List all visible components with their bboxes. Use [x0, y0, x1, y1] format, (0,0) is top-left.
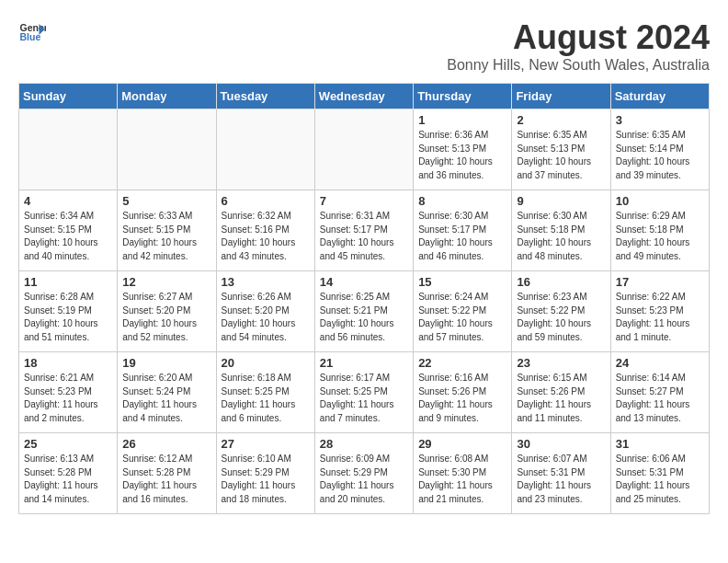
day-info: Sunrise: 6:36 AM Sunset: 5:13 PM Dayligh… — [418, 129, 506, 182]
day-number: 1 — [418, 113, 506, 127]
day-number: 8 — [418, 194, 506, 208]
calendar-cell: 3Sunrise: 6:35 AM Sunset: 5:14 PM Daylig… — [610, 109, 709, 190]
logo-icon: General Blue — [18, 18, 46, 46]
day-number: 29 — [418, 437, 506, 451]
weekday-header-cell: Saturday — [610, 84, 709, 109]
day-number: 31 — [616, 437, 704, 451]
day-number: 13 — [222, 275, 310, 289]
day-info: Sunrise: 6:32 AM Sunset: 5:16 PM Dayligh… — [222, 210, 310, 263]
day-info: Sunrise: 6:35 AM Sunset: 5:13 PM Dayligh… — [517, 129, 605, 182]
calendar-cell: 25Sunrise: 6:13 AM Sunset: 5:28 PM Dayli… — [19, 433, 118, 514]
calendar-cell: 10Sunrise: 6:29 AM Sunset: 5:18 PM Dayli… — [610, 190, 709, 271]
day-info: Sunrise: 6:30 AM Sunset: 5:17 PM Dayligh… — [418, 210, 506, 263]
day-info: Sunrise: 6:16 AM Sunset: 5:26 PM Dayligh… — [418, 372, 506, 425]
day-info: Sunrise: 6:34 AM Sunset: 5:15 PM Dayligh… — [24, 210, 112, 263]
day-number: 6 — [222, 194, 310, 208]
day-info: Sunrise: 6:21 AM Sunset: 5:23 PM Dayligh… — [24, 372, 112, 425]
calendar-cell: 7Sunrise: 6:31 AM Sunset: 5:17 PM Daylig… — [314, 190, 413, 271]
page-header: General Blue August 2024 Bonny Hills, Ne… — [18, 18, 710, 74]
day-number: 24 — [616, 356, 704, 370]
calendar-cell: 12Sunrise: 6:27 AM Sunset: 5:20 PM Dayli… — [118, 271, 216, 352]
day-number: 23 — [517, 356, 605, 370]
day-info: Sunrise: 6:31 AM Sunset: 5:17 PM Dayligh… — [320, 210, 408, 263]
weekday-header-cell: Thursday — [414, 84, 512, 109]
day-number: 17 — [616, 275, 704, 289]
svg-text:Blue: Blue — [20, 31, 41, 42]
day-number: 22 — [418, 356, 506, 370]
day-info: Sunrise: 6:22 AM Sunset: 5:23 PM Dayligh… — [616, 291, 704, 344]
day-number: 10 — [616, 194, 704, 208]
day-info: Sunrise: 6:25 AM Sunset: 5:21 PM Dayligh… — [320, 291, 408, 344]
month-year-title: August 2024 — [447, 18, 710, 57]
calendar-body: 1Sunrise: 6:36 AM Sunset: 5:13 PM Daylig… — [19, 109, 710, 514]
calendar-cell — [314, 109, 413, 190]
day-number: 19 — [122, 356, 210, 370]
day-info: Sunrise: 6:09 AM Sunset: 5:29 PM Dayligh… — [320, 453, 408, 506]
day-number: 3 — [616, 113, 704, 127]
day-info: Sunrise: 6:23 AM Sunset: 5:22 PM Dayligh… — [517, 291, 605, 344]
calendar-cell: 27Sunrise: 6:10 AM Sunset: 5:29 PM Dayli… — [216, 433, 314, 514]
calendar-week-row: 25Sunrise: 6:13 AM Sunset: 5:28 PM Dayli… — [19, 433, 710, 514]
day-info: Sunrise: 6:27 AM Sunset: 5:20 PM Dayligh… — [122, 291, 210, 344]
day-info: Sunrise: 6:35 AM Sunset: 5:14 PM Dayligh… — [616, 129, 704, 182]
day-number: 16 — [517, 275, 605, 289]
day-info: Sunrise: 6:33 AM Sunset: 5:15 PM Dayligh… — [122, 210, 210, 263]
calendar-cell: 1Sunrise: 6:36 AM Sunset: 5:13 PM Daylig… — [414, 109, 512, 190]
calendar-cell: 23Sunrise: 6:15 AM Sunset: 5:26 PM Dayli… — [512, 352, 610, 433]
logo: General Blue — [18, 18, 46, 46]
calendar-cell: 18Sunrise: 6:21 AM Sunset: 5:23 PM Dayli… — [19, 352, 118, 433]
calendar-cell: 29Sunrise: 6:08 AM Sunset: 5:30 PM Dayli… — [414, 433, 512, 514]
day-info: Sunrise: 6:17 AM Sunset: 5:25 PM Dayligh… — [320, 372, 408, 425]
calendar-cell — [216, 109, 314, 190]
calendar-cell: 4Sunrise: 6:34 AM Sunset: 5:15 PM Daylig… — [19, 190, 118, 271]
calendar-cell: 26Sunrise: 6:12 AM Sunset: 5:28 PM Dayli… — [118, 433, 216, 514]
day-number: 21 — [320, 356, 408, 370]
weekday-header-row: SundayMondayTuesdayWednesdayThursdayFrid… — [19, 84, 710, 109]
calendar-cell: 11Sunrise: 6:28 AM Sunset: 5:19 PM Dayli… — [19, 271, 118, 352]
calendar-cell: 28Sunrise: 6:09 AM Sunset: 5:29 PM Dayli… — [314, 433, 413, 514]
day-info: Sunrise: 6:26 AM Sunset: 5:20 PM Dayligh… — [222, 291, 310, 344]
day-number: 4 — [24, 194, 112, 208]
weekday-header-cell: Sunday — [19, 84, 118, 109]
calendar-cell: 15Sunrise: 6:24 AM Sunset: 5:22 PM Dayli… — [414, 271, 512, 352]
calendar-week-row: 18Sunrise: 6:21 AM Sunset: 5:23 PM Dayli… — [19, 352, 710, 433]
calendar-cell: 5Sunrise: 6:33 AM Sunset: 5:15 PM Daylig… — [118, 190, 216, 271]
calendar-cell: 16Sunrise: 6:23 AM Sunset: 5:22 PM Dayli… — [512, 271, 610, 352]
day-info: Sunrise: 6:13 AM Sunset: 5:28 PM Dayligh… — [24, 453, 112, 506]
calendar-cell: 21Sunrise: 6:17 AM Sunset: 5:25 PM Dayli… — [314, 352, 413, 433]
calendar-cell: 6Sunrise: 6:32 AM Sunset: 5:16 PM Daylig… — [216, 190, 314, 271]
calendar-cell — [19, 109, 118, 190]
day-info: Sunrise: 6:07 AM Sunset: 5:31 PM Dayligh… — [517, 453, 605, 506]
day-info: Sunrise: 6:06 AM Sunset: 5:31 PM Dayligh… — [616, 453, 704, 506]
calendar-cell: 2Sunrise: 6:35 AM Sunset: 5:13 PM Daylig… — [512, 109, 610, 190]
calendar-cell: 14Sunrise: 6:25 AM Sunset: 5:21 PM Dayli… — [314, 271, 413, 352]
weekday-header-cell: Tuesday — [216, 84, 314, 109]
title-area: August 2024 Bonny Hills, New South Wales… — [447, 18, 710, 74]
location-subtitle: Bonny Hills, New South Wales, Australia — [447, 57, 710, 74]
calendar-week-row: 11Sunrise: 6:28 AM Sunset: 5:19 PM Dayli… — [19, 271, 710, 352]
day-number: 20 — [222, 356, 310, 370]
calendar-cell: 19Sunrise: 6:20 AM Sunset: 5:24 PM Dayli… — [118, 352, 216, 433]
calendar-cell: 24Sunrise: 6:14 AM Sunset: 5:27 PM Dayli… — [610, 352, 709, 433]
day-info: Sunrise: 6:12 AM Sunset: 5:28 PM Dayligh… — [122, 453, 210, 506]
calendar-cell: 31Sunrise: 6:06 AM Sunset: 5:31 PM Dayli… — [610, 433, 709, 514]
day-info: Sunrise: 6:10 AM Sunset: 5:29 PM Dayligh… — [222, 453, 310, 506]
calendar-cell — [118, 109, 216, 190]
calendar-cell: 30Sunrise: 6:07 AM Sunset: 5:31 PM Dayli… — [512, 433, 610, 514]
weekday-header-cell: Wednesday — [314, 84, 413, 109]
calendar-table: SundayMondayTuesdayWednesdayThursdayFrid… — [18, 83, 710, 514]
calendar-week-row: 1Sunrise: 6:36 AM Sunset: 5:13 PM Daylig… — [19, 109, 710, 190]
day-info: Sunrise: 6:30 AM Sunset: 5:18 PM Dayligh… — [517, 210, 605, 263]
day-info: Sunrise: 6:15 AM Sunset: 5:26 PM Dayligh… — [517, 372, 605, 425]
day-number: 30 — [517, 437, 605, 451]
day-number: 5 — [122, 194, 210, 208]
day-number: 15 — [418, 275, 506, 289]
day-number: 27 — [222, 437, 310, 451]
day-info: Sunrise: 6:29 AM Sunset: 5:18 PM Dayligh… — [616, 210, 704, 263]
day-number: 18 — [24, 356, 112, 370]
calendar-cell: 17Sunrise: 6:22 AM Sunset: 5:23 PM Dayli… — [610, 271, 709, 352]
calendar-cell: 22Sunrise: 6:16 AM Sunset: 5:26 PM Dayli… — [414, 352, 512, 433]
day-number: 25 — [24, 437, 112, 451]
day-info: Sunrise: 6:24 AM Sunset: 5:22 PM Dayligh… — [418, 291, 506, 344]
day-number: 28 — [320, 437, 408, 451]
